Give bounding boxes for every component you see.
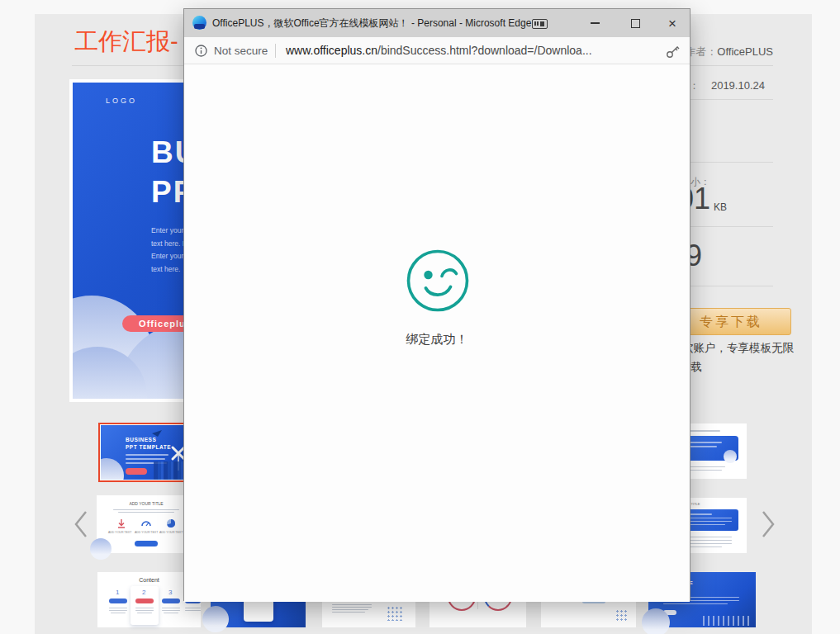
dot-grid bbox=[387, 606, 403, 621]
content-num: 3 bbox=[168, 589, 172, 596]
bind-account-note-line1: 软账户，专享模板无限 bbox=[682, 341, 794, 356]
edge-popup-window: OfficePLUS，微软Office官方在线模板网站！ - Personal … bbox=[183, 8, 691, 601]
thumb-addtitle-heading: ADD YOUR TITLE bbox=[97, 501, 196, 506]
cloud-shape bbox=[642, 608, 670, 634]
template-preview-image: LOGO BUS PPT Enter your text here text h… bbox=[73, 83, 192, 399]
bind-account-note-line2: 载 bbox=[691, 360, 702, 375]
num-pill bbox=[135, 599, 154, 603]
slide-logo-text: LOGO bbox=[106, 97, 137, 105]
minimize-button[interactable] bbox=[576, 9, 614, 37]
skyline-shape bbox=[703, 616, 749, 626]
address-separator bbox=[275, 44, 276, 58]
dot-grid bbox=[615, 609, 629, 621]
window-titlebar[interactable]: OfficePLUS，微软Office官方在线模板网站！ - Personal … bbox=[184, 9, 690, 37]
ime-indicator-icon bbox=[532, 19, 548, 29]
thumbnail-slide1-selected[interactable]: BUSINESS PPT TEMPLATE bbox=[98, 423, 197, 482]
template-preview-card[interactable]: LOGO BUS PPT Enter your text here text h… bbox=[69, 79, 196, 402]
address-bar[interactable]: Not secure www.officeplus.cn/bindSuccess… bbox=[184, 37, 690, 64]
maximize-button[interactable] bbox=[616, 9, 654, 37]
num-pill bbox=[162, 599, 180, 603]
key-icon[interactable] bbox=[666, 45, 680, 59]
pie-chart-icon bbox=[166, 518, 176, 528]
bind-success-message: 绑定成功！ bbox=[184, 332, 690, 348]
window-title: OfficePLUS，微软Office官方在线模板网站！ - Personal … bbox=[212, 9, 531, 37]
date-value: 2019.10.24 bbox=[711, 79, 765, 92]
officeplus-favicon-icon bbox=[192, 16, 206, 30]
content-num: 1 bbox=[116, 589, 119, 596]
url-path: /bindSuccess.html?download=/Downloa... bbox=[377, 44, 592, 57]
info-icon[interactable] bbox=[195, 45, 207, 57]
thumb-caption: ADD YOUR TEXT bbox=[159, 531, 183, 534]
not-secure-label: Not secure bbox=[214, 37, 268, 64]
cloud-shape bbox=[101, 458, 124, 480]
carousel-prev-icon[interactable] bbox=[73, 510, 89, 538]
cloud-shape bbox=[202, 606, 229, 632]
popup-content: 绑定成功！ bbox=[184, 64, 690, 602]
thumb1-red-pill bbox=[126, 468, 147, 475]
officeplus-badge: Officeplus bbox=[122, 315, 192, 332]
content-num: 2 bbox=[142, 589, 145, 596]
wink-smiley-icon bbox=[405, 248, 471, 314]
gauge-icon bbox=[141, 518, 151, 528]
page-title: 工作汇报- bbox=[74, 26, 178, 59]
thumb-blue-card bbox=[682, 509, 738, 531]
size-unit: KB bbox=[714, 201, 727, 213]
url-text[interactable]: www.officeplus.cn/bindSuccess.html?downl… bbox=[286, 37, 592, 64]
num-pill bbox=[109, 599, 127, 603]
screen: 工作汇报- 作者：OfficePLUS 间：2019.10.24 小： 01 K… bbox=[0, 0, 840, 634]
download-arrow-icon bbox=[116, 518, 126, 528]
paper-plane-icon bbox=[152, 430, 162, 437]
author-value: OfficePLUS bbox=[717, 45, 773, 58]
thumb1-title: BUSINESS PPT TEMPLATE bbox=[126, 436, 171, 451]
close-button[interactable]: × bbox=[653, 9, 691, 37]
thumb-blue-button bbox=[135, 541, 158, 546]
cloud-shape bbox=[724, 450, 737, 463]
carousel-next-icon[interactable] bbox=[760, 510, 776, 538]
url-domain: www.officeplus.cn bbox=[286, 44, 377, 57]
cloud-shape bbox=[90, 538, 112, 560]
thumb-caption: ADD YOUR TEXT bbox=[108, 531, 131, 534]
thumbnail-add-your-title[interactable]: ADD YOUR TITLE ADD YOUR TEXT ADD YOUR TE… bbox=[97, 495, 196, 553]
thumb-caption: ADD YOUR TEXT bbox=[135, 531, 158, 534]
